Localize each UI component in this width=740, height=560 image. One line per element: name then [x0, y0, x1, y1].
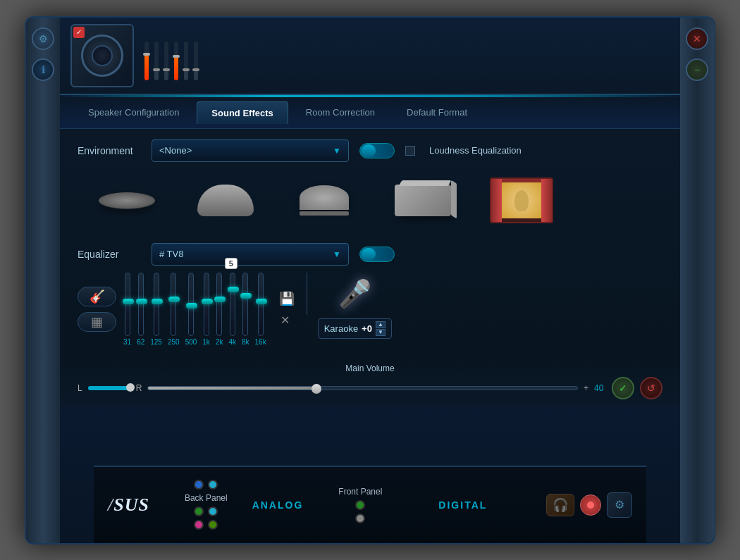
environment-toggle[interactable]: [359, 143, 395, 158]
close-button[interactable]: ✕: [686, 27, 708, 50]
back-panel-label: Back Panel: [185, 493, 228, 503]
volume-confirm-button[interactable]: ✓: [612, 377, 634, 399]
eq-band-31[interactable]: 31: [123, 273, 131, 346]
tab-room-correction[interactable]: Room Correction: [292, 101, 389, 123]
equalizer-row: Equalizer # TV8 ▼: [78, 243, 662, 266]
bottom-right-icons: 🎧 ⚙: [546, 492, 632, 518]
theater-shape: [490, 178, 553, 223]
volume-sliders-group: [144, 27, 198, 84]
jack-pink-back[interactable]: [194, 520, 204, 530]
env-icon-bath[interactable]: [183, 173, 268, 229]
dome-shape: [300, 185, 349, 210]
box3d-shape: [395, 185, 451, 216]
jack-gray-front[interactable]: [355, 514, 365, 523]
eq-band-125[interactable]: 125: [150, 273, 162, 346]
eq-band-250[interactable]: 250: [168, 273, 180, 346]
eq-sliders: 31 62 125: [123, 273, 266, 346]
bottom-icon-3[interactable]: ⚙: [607, 492, 632, 518]
tab-speaker-config[interactable]: Speaker Configuration: [74, 101, 193, 123]
env-icon-box[interactable]: [381, 173, 465, 229]
mic-icon: 🎤: [338, 278, 371, 309]
info-button[interactable]: ℹ: [32, 58, 54, 81]
eq-guitar-button[interactable]: 🎸: [78, 287, 116, 306]
tab-sound-effects[interactable]: Sound Effects: [197, 101, 288, 124]
jack-blue-back[interactable]: [194, 480, 204, 490]
vol-slider-6[interactable]: [194, 42, 198, 80]
jack-green-front[interactable]: [355, 500, 365, 510]
volume-value: 40: [594, 383, 612, 393]
eq-band-4k[interactable]: 5 4k: [228, 273, 236, 346]
eq-grid-icon: ▦: [91, 314, 103, 330]
front-panel-section: Front Panel: [338, 487, 382, 523]
volume-actions: ✓ ↺: [612, 377, 662, 399]
guitar-icon: 🎸: [90, 289, 105, 304]
main-volume-slider[interactable]: [147, 386, 578, 390]
back-panel-jacks-mid: [194, 506, 218, 516]
eq-save-button[interactable]: 💾: [279, 291, 296, 308]
analog-label: ANALOG: [252, 499, 304, 511]
speaker-circle: [81, 35, 123, 77]
eq-separator: [307, 273, 307, 315]
digital-label: DIGITAL: [438, 499, 487, 511]
equalizer-label: Equalizer: [78, 249, 141, 260]
vol-slider-1[interactable]: [144, 42, 149, 80]
eq-band-8k[interactable]: 8k: [242, 273, 249, 346]
bottom-icon-1[interactable]: 🎧: [546, 494, 574, 516]
toggle-knob: [362, 144, 376, 157]
bottom-icon-2[interactable]: [580, 494, 601, 516]
vol-slider-2[interactable]: [154, 42, 159, 80]
back-panel-jacks-top: [194, 480, 218, 490]
env-icon-dome[interactable]: [282, 173, 366, 229]
karaoke-value: +0: [362, 323, 372, 334]
record-dot-icon: [587, 502, 594, 509]
vol-slider-5[interactable]: [184, 42, 188, 80]
karaoke-down-button[interactable]: ▼: [376, 329, 386, 336]
environment-row: Environment <None> ▼ Loudness Equalizati…: [78, 139, 662, 162]
karaoke-up-button[interactable]: ▲: [376, 321, 386, 328]
eq-band-500[interactable]: 500: [185, 273, 197, 346]
right-rail: ✕ −: [680, 18, 714, 543]
minimize-button[interactable]: −: [686, 58, 708, 81]
eq-band-1k[interactable]: 1k: [202, 273, 210, 346]
main-volume-label: Main Volume: [78, 363, 662, 373]
loudness-label: Loudness Equalization: [429, 145, 522, 156]
eq-area: 🎸 ▦ 31: [78, 273, 662, 346]
equalizer-toggle[interactable]: [359, 247, 395, 262]
eq-delete-button[interactable]: ✕: [280, 313, 295, 328]
settings-small-icon: ⚙: [615, 498, 624, 511]
main-volume-section: Main Volume L R + 40 ✓: [60, 356, 680, 406]
karaoke-value-box: Karaoke +0 ▲ ▼: [318, 318, 392, 339]
eq-dropdown-arrow-icon: ▼: [333, 249, 341, 259]
eq-band-16k[interactable]: 16k: [255, 273, 266, 346]
main-volume-knob[interactable]: [312, 384, 321, 394]
vol-slider-3[interactable]: [164, 42, 168, 80]
main-panel: Environment <None> ▼ Loudness Equalizati…: [60, 129, 680, 356]
left-vol-fill[interactable]: [88, 386, 130, 390]
env-icon-disc[interactable]: [85, 173, 169, 229]
equalizer-dropdown[interactable]: # TV8 ▼: [152, 243, 349, 266]
check-badge: ✓: [73, 27, 85, 38]
env-icon-theater[interactable]: [479, 173, 564, 229]
back-panel-jacks-bot: [194, 520, 218, 530]
jack-green-back[interactable]: [194, 506, 204, 516]
tab-default-format[interactable]: Default Format: [393, 101, 481, 123]
eq-equalizer-button[interactable]: ▦: [78, 312, 116, 332]
environment-icons: [78, 173, 662, 229]
main-volume-track-row: L R + 40: [78, 383, 612, 393]
volume-reset-button[interactable]: ↺: [640, 377, 662, 399]
loudness-checkbox[interactable]: [405, 146, 415, 156]
environment-dropdown[interactable]: <None> ▼: [152, 139, 349, 162]
r-label: R: [136, 383, 142, 393]
top-toolbar: ✓: [60, 18, 680, 95]
jack-green2-back[interactable]: [208, 520, 218, 530]
content-area: ✓: [60, 18, 680, 543]
jack-teal-back[interactable]: [208, 480, 218, 490]
jack-teal-back2[interactable]: [208, 506, 218, 516]
main-window: ⚙ ℹ ✕ − ✓: [25, 16, 715, 545]
eq-band-2k[interactable]: 2k: [216, 273, 223, 346]
headphone-icon: 🎧: [553, 497, 568, 513]
eq-band-62[interactable]: 62: [137, 273, 144, 346]
settings-button[interactable]: ⚙: [32, 27, 54, 50]
disc-shape: [98, 192, 156, 209]
vol-slider-4[interactable]: [174, 42, 178, 80]
